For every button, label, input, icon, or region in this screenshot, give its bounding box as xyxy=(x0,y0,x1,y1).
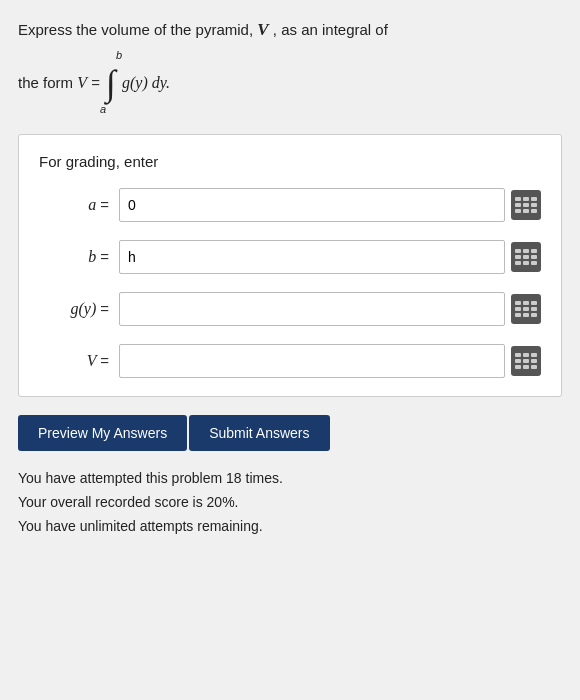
keyboard-icon-V xyxy=(515,353,537,369)
keyboard-btn-a[interactable] xyxy=(511,190,541,220)
keyboard-icon-gy xyxy=(515,301,537,317)
input-row-V: V = xyxy=(39,344,541,378)
input-row-a: a = xyxy=(39,188,541,222)
line2-text: the form xyxy=(18,71,73,95)
input-row-b: b = xyxy=(39,240,541,274)
keyboard-icon-b xyxy=(515,249,537,265)
problem-line1: Express the volume of the pyramid, V , a… xyxy=(18,16,562,43)
preview-answers-button[interactable]: Preview My Answers xyxy=(18,415,187,451)
var-V2: V xyxy=(77,70,87,96)
integral-glyph: ∫ xyxy=(106,65,116,101)
status-line2: Your overall recorded score is 20%. xyxy=(18,491,562,515)
label-b: b = xyxy=(39,248,109,266)
action-buttons: Preview My Answers Submit Answers xyxy=(18,415,562,451)
keyboard-btn-b[interactable] xyxy=(511,242,541,272)
grading-section: For grading, enter a = b = xyxy=(18,134,562,397)
input-a[interactable] xyxy=(119,188,505,222)
label-V: V = xyxy=(39,352,109,370)
integral-sup: b xyxy=(116,47,122,65)
integral-sub: a xyxy=(100,101,106,119)
main-container: Express the volume of the pyramid, V , a… xyxy=(0,0,580,553)
status-line1: You have attempted this problem 18 times… xyxy=(18,467,562,491)
status-line3: You have unlimited attempts remaining. xyxy=(18,515,562,539)
var-V-bold: V xyxy=(257,20,268,39)
input-row-gy: g(y) = xyxy=(39,292,541,326)
submit-answers-button[interactable]: Submit Answers xyxy=(189,415,329,451)
keyboard-btn-V[interactable] xyxy=(511,346,541,376)
input-V[interactable] xyxy=(119,344,505,378)
problem-statement: Express the volume of the pyramid, V , a… xyxy=(18,16,562,118)
input-gy[interactable] xyxy=(119,292,505,326)
input-b[interactable] xyxy=(119,240,505,274)
integral-symbol: b ∫ a xyxy=(106,47,116,118)
integrand-text: g(y) dy. xyxy=(118,70,170,96)
equals-sign: = xyxy=(87,71,104,95)
integral-expression: the form V = b ∫ a g(y) dy. xyxy=(18,47,562,118)
for-grading-label: For grading, enter xyxy=(39,153,541,170)
label-a: a = xyxy=(39,196,109,214)
keyboard-btn-gy[interactable] xyxy=(511,294,541,324)
label-gy: g(y) = xyxy=(39,300,109,318)
status-section: You have attempted this problem 18 times… xyxy=(18,467,562,538)
keyboard-icon-a xyxy=(515,197,537,213)
